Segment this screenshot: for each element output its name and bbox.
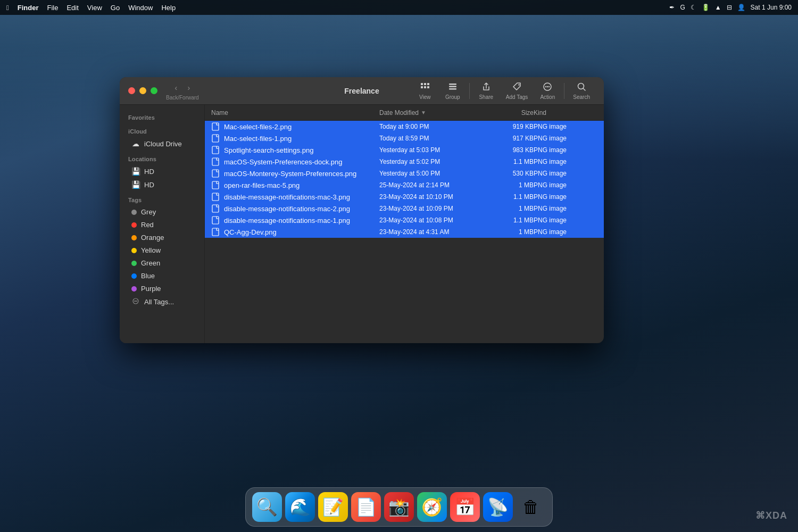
file-kind: PNG image <box>534 170 597 177</box>
table-row[interactable]: disable-message-notifications-mac-3.png2… <box>205 191 604 203</box>
tag-dot-yellow <box>131 248 137 253</box>
dock-item-photobooth[interactable]: 📸 <box>384 492 414 522</box>
tag-dot-grey <box>131 210 137 215</box>
svg-rect-20 <box>212 123 219 130</box>
favorites-label: Favorites <box>120 109 204 123</box>
file-kind: PNG image <box>534 193 597 201</box>
table-row[interactable]: disable-message-notifications-mac-1.png2… <box>205 214 604 226</box>
table-row[interactable]: Mac-select-files-2.pngToday at 9:00 PM91… <box>205 121 604 132</box>
file-kind: PNG image <box>534 217 597 224</box>
search-button[interactable]: Search <box>568 80 595 102</box>
sort-arrow-icon: ▼ <box>421 110 426 115</box>
svg-point-17 <box>134 301 135 302</box>
svg-rect-29 <box>212 228 219 236</box>
group-button[interactable]: Group <box>439 80 466 102</box>
table-row[interactable]: Spotlight-search-settings.pngYesterday a… <box>205 144 604 156</box>
svg-rect-7 <box>449 86 456 87</box>
file-rows: Mac-select-files-2.pngToday at 9:00 PM91… <box>205 121 604 343</box>
col-header-date[interactable]: Date Modified ▼ <box>379 109 486 117</box>
sidebar-tag-red[interactable]: Red <box>123 219 201 231</box>
forward-button[interactable]: › <box>182 81 195 94</box>
sidebar-tag-all-tags[interactable]: All Tags... <box>123 295 201 308</box>
maximize-button[interactable] <box>151 87 157 94</box>
sidebar-tag-purple[interactable]: Purple <box>123 282 201 295</box>
tag-label-purple: Purple <box>141 285 161 293</box>
col-header-name[interactable]: Name <box>211 109 379 117</box>
file-date: Yesterday at 5:03 PM <box>379 146 486 154</box>
svg-rect-26 <box>212 193 219 201</box>
menubar-go[interactable]: Go <box>111 4 120 12</box>
menubar-view[interactable]: View <box>87 4 102 12</box>
dock-item-finder[interactable]: 🔍 <box>252 492 282 522</box>
add-tags-icon <box>512 82 522 93</box>
menubar-moon-icon: ☾ <box>691 4 696 11</box>
dock-item-notes[interactable]: 📝 <box>318 492 348 522</box>
menubar-file[interactable]: File <box>47 4 58 12</box>
file-size: 1.1 MB <box>486 217 534 224</box>
dock-item-edge[interactable]: 🌊 <box>285 492 315 522</box>
file-date: 23-May-2024 at 10:10 PM <box>379 193 486 201</box>
view-button[interactable]: View <box>412 80 438 102</box>
tag-label-blue: Blue <box>141 272 155 280</box>
share-button[interactable]: Share <box>473 80 500 102</box>
minimize-button[interactable] <box>139 87 146 94</box>
dock-item-find[interactable]: 📡 <box>483 492 513 522</box>
dock-item-trash[interactable]: 🗑 <box>516 492 546 522</box>
action-icon <box>543 82 552 93</box>
sidebar-tag-yellow[interactable]: Yellow <box>123 244 201 256</box>
sidebar-tag-orange[interactable]: Orange <box>123 231 201 244</box>
svg-rect-4 <box>424 86 426 88</box>
sidebar-tag-grey[interactable]: Grey <box>123 206 201 218</box>
dock-item-safari[interactable]: 🧭 <box>417 492 447 522</box>
icloud-label: iCloud <box>120 123 204 137</box>
table-row[interactable]: Mac-select-files-1.pngToday at 8:59 PM91… <box>205 132 604 144</box>
table-row[interactable]: disable-message-notifications-mac-2.png2… <box>205 203 604 214</box>
menubar-help[interactable]: Help <box>161 4 176 12</box>
icloud-drive-icon: ☁ <box>131 139 140 148</box>
table-row[interactable]: macOS-Monterey-System-Preferences.pngYes… <box>205 168 604 179</box>
dock: 🔍🌊📝📄📸🧭📅📡🗑 <box>245 487 553 527</box>
sidebar-tag-blue[interactable]: Blue <box>123 270 201 282</box>
action-button[interactable]: Action <box>534 80 561 102</box>
apple-menu[interactable]:  <box>6 4 9 12</box>
xda-watermark: ⌘XDA <box>755 510 787 521</box>
nav-arrows: ‹ › <box>170 81 195 94</box>
menubar-edit[interactable]: Edit <box>66 4 78 12</box>
tags-container: GreyRedOrangeYellowGreenBluePurple All T… <box>120 206 204 308</box>
menubar-window[interactable]: Window <box>128 4 153 12</box>
menubar-battery-icon: 🔋 <box>702 4 710 11</box>
menubar-finder[interactable]: Finder <box>18 4 39 12</box>
close-button[interactable] <box>128 87 135 94</box>
file-name: macOS-System-Preferences-dock.png <box>224 158 379 166</box>
sidebar-tag-green[interactable]: Green <box>123 257 201 269</box>
add-tags-button[interactable]: Add Tags <box>501 80 534 102</box>
tag-label-red: Red <box>141 221 154 229</box>
svg-rect-23 <box>212 158 219 165</box>
col-header-kind[interactable]: Kind <box>534 109 597 117</box>
tag-dot-blue <box>131 273 137 279</box>
table-row[interactable]: open-rar-files-mac-5.png25-May-2024 at 2… <box>205 179 604 191</box>
sidebar-item-icloud-drive[interactable]: ☁ iCloud Drive <box>123 137 201 150</box>
sidebar-item-hd2[interactable]: 💾 HD <box>123 178 201 191</box>
finder-window: ‹ › Back/Forward Freelance Vie <box>120 77 604 343</box>
svg-point-19 <box>136 301 137 302</box>
file-size: 1.1 MB <box>486 158 534 165</box>
table-row[interactable]: macOS-System-Preferences-dock.pngYesterd… <box>205 156 604 168</box>
tool-separator-1 <box>469 83 470 99</box>
file-size: 530 KB <box>486 170 534 177</box>
col-header-size[interactable]: Size <box>486 109 534 117</box>
file-name: disable-message-notifications-mac-1.png <box>224 217 379 225</box>
table-row[interactable]: QC-Agg-Dev.png23-May-2024 at 4:31 AM1 MB… <box>205 226 604 238</box>
tool-separator-2 <box>564 83 564 99</box>
sidebar-item-hd1[interactable]: 💾 HD <box>123 165 201 178</box>
svg-rect-28 <box>212 217 219 224</box>
finder-title: Freelance <box>344 87 379 95</box>
file-kind: PNG image <box>534 181 597 189</box>
svg-point-12 <box>547 86 548 87</box>
dock-item-pages[interactable]: 📄 <box>351 492 381 522</box>
dock-item-fantastical[interactable]: 📅 <box>450 492 480 522</box>
file-name: macOS-Monterey-System-Preferences.png <box>224 170 379 178</box>
back-button[interactable]: ‹ <box>170 81 182 94</box>
menubar-control-center-icon[interactable]: ⊟ <box>727 4 732 11</box>
icloud-drive-label: iCloud Drive <box>144 140 182 148</box>
